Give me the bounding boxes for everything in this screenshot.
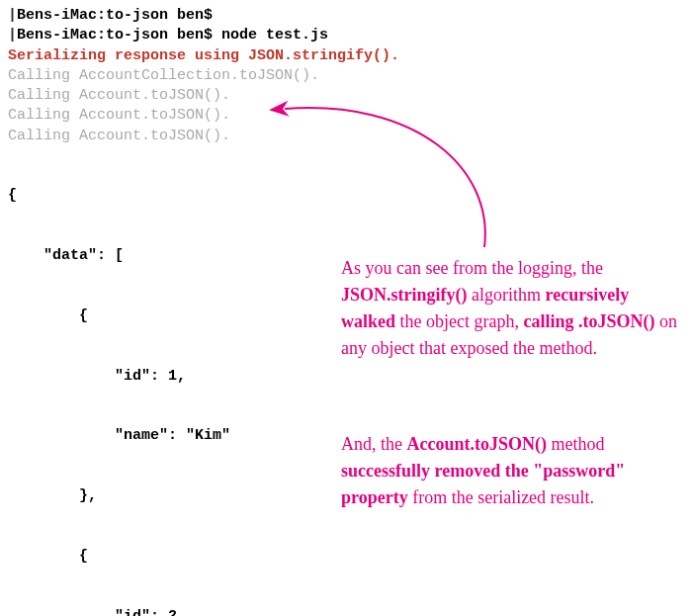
- annotation-accent: Account.toJSON(): [407, 434, 548, 454]
- prompt-line-blank: |Bens-iMac:to-json ben$: [8, 6, 684, 26]
- annotation-accent: calling .toJSON(): [523, 311, 654, 331]
- annotation-accent: JSON.stringify(): [341, 285, 468, 305]
- annotation-text: As you can see from the logging, the: [341, 258, 603, 278]
- annotation-paragraph-1: As you can see from the logging, the JSO…: [341, 255, 677, 362]
- annotation-text: the object graph,: [395, 311, 523, 331]
- log-account-tojson: Calling Account.toJSON().: [8, 86, 684, 106]
- json-line: {: [8, 547, 684, 567]
- annotation-text: And, the: [341, 434, 407, 454]
- json-line: "id": 1,: [8, 367, 684, 387]
- annotation-text: algorithm: [468, 285, 546, 305]
- log-collection-tojson: Calling AccountCollection.toJSON().: [8, 66, 684, 86]
- prompt-line-command: |Bens-iMac:to-json ben$ node test.js: [8, 26, 684, 45]
- annotation-text: method: [547, 434, 605, 454]
- log-account-tojson: Calling Account.toJSON().: [8, 106, 684, 126]
- log-account-tojson: Calling Account.toJSON().: [8, 127, 684, 146]
- json-output-block: { "data": [ { "id": 1, "name": "Kim" }, …: [8, 146, 684, 616]
- json-line: {: [8, 186, 684, 206]
- log-serializing: Serializing response using JSON.stringif…: [8, 46, 684, 66]
- json-line: "id": 2,: [8, 607, 684, 617]
- annotation-paragraph-2: And, the Account.toJSON() method success…: [341, 431, 677, 511]
- annotation-text: from the serialized result.: [408, 487, 594, 507]
